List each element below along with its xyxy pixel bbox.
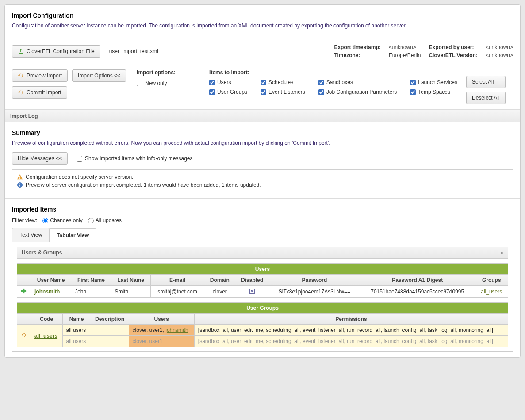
import-log-header: Import Log bbox=[5, 110, 520, 122]
import-config-panel: Import Configuration Configuration of an… bbox=[4, 4, 521, 358]
info-msg: Preview of server configuration import c… bbox=[26, 182, 261, 188]
refresh-icon bbox=[18, 73, 24, 79]
items-header: Items to import: bbox=[209, 69, 249, 76]
messages-box: Configuration does not specify server ve… bbox=[12, 169, 513, 193]
show-info-only-label: Show imported items with info-only messa… bbox=[85, 155, 192, 162]
header-section: Import Configuration Configuration of an… bbox=[5, 5, 520, 39]
summary-section: Summary Preview of configuration complet… bbox=[5, 122, 520, 199]
sync-icon bbox=[21, 332, 27, 338]
gcol-action bbox=[17, 314, 31, 325]
filename: user_import_test.xml bbox=[109, 48, 158, 54]
item-sandboxes-label: Sandboxes bbox=[326, 79, 353, 85]
tab-text-label: Text View bbox=[19, 232, 42, 238]
item-tempspaces-label: Temp Spaces bbox=[418, 89, 450, 95]
export-ts: <unknown> bbox=[389, 44, 421, 50]
page-title: Import Configuration bbox=[12, 12, 513, 19]
item-jobconfig-label: Job Configuration Parameters bbox=[326, 89, 397, 95]
col-domain: Domain bbox=[204, 275, 235, 286]
cell-first: John bbox=[71, 286, 111, 298]
cell-name-new: all users bbox=[62, 325, 91, 336]
group-link[interactable]: all_users bbox=[34, 333, 57, 339]
cell-users-new: clover, user1, johnsmith bbox=[129, 325, 194, 336]
item-jobconfig-checkbox[interactable] bbox=[318, 89, 324, 95]
cell-digest: 70151bae7488da4159ac5ccec97d0995 bbox=[360, 286, 475, 298]
plus-icon bbox=[21, 288, 27, 294]
svg-rect-5 bbox=[19, 184, 20, 185]
hide-messages-button[interactable]: Hide Messages << bbox=[12, 152, 68, 165]
col-digest: Password A1 Digest bbox=[360, 275, 475, 286]
col-email: E-mail bbox=[150, 275, 204, 286]
item-schedules-checkbox[interactable] bbox=[261, 80, 266, 85]
upload-config-button[interactable]: CloverETL Configuration File bbox=[12, 45, 100, 58]
preview-import-button[interactable]: Preview Import bbox=[12, 69, 68, 82]
filter-changes-radio[interactable] bbox=[42, 218, 48, 223]
user-groups-table: User Groups Code Name Description Users … bbox=[17, 302, 508, 347]
commit-import-label: Commit Import bbox=[27, 89, 61, 96]
version-label: CloverETL Version: bbox=[429, 52, 477, 58]
file-meta: Export timestamp: <unknown> Exported by … bbox=[334, 44, 513, 58]
export-ts-label: Export timestamp: bbox=[334, 44, 380, 50]
summary-desc: Preview of configuration completed witho… bbox=[12, 140, 513, 146]
groups-link[interactable]: all_users bbox=[481, 289, 502, 295]
filter-all-label: All updates bbox=[96, 217, 122, 223]
warn-msg: Configuration does not specify server ve… bbox=[26, 174, 133, 180]
page-desc: Configuration of another server instance… bbox=[12, 23, 513, 29]
select-all-label: Select All bbox=[472, 79, 494, 85]
warning-icon bbox=[17, 174, 23, 180]
imported-items-section: Imported Items Filter view: Changes only… bbox=[5, 199, 520, 357]
timezone-label: Timezone: bbox=[334, 52, 380, 58]
col-disabled: Disabled bbox=[235, 275, 269, 286]
options-section: Preview Import Import Options << Commit … bbox=[5, 64, 520, 110]
info-icon bbox=[17, 182, 23, 188]
filter-label: Filter view: bbox=[12, 217, 37, 223]
cell-name-old: all users bbox=[62, 336, 91, 347]
import-options-block: Import options: New only bbox=[137, 69, 199, 86]
gcol-perms: Permissions bbox=[194, 314, 508, 325]
item-launch-checkbox[interactable] bbox=[410, 80, 416, 85]
items-to-import-block: Items to import: Users Schedules Sandbox… bbox=[209, 69, 513, 104]
add-icon-cell bbox=[17, 286, 31, 298]
preview-import-label: Preview Import bbox=[27, 73, 62, 79]
user-link[interactable]: johnsmith bbox=[34, 289, 60, 295]
new-only-checkbox[interactable] bbox=[137, 81, 142, 86]
svg-rect-0 bbox=[19, 53, 23, 54]
item-eventlisteners-checkbox[interactable] bbox=[261, 89, 266, 95]
hide-messages-label: Hide Messages << bbox=[18, 155, 62, 162]
show-info-only-checkbox[interactable] bbox=[77, 156, 82, 162]
item-users-label: Users bbox=[217, 79, 231, 85]
cell-users-old: clover, user1 bbox=[129, 336, 194, 347]
collapse-icon[interactable]: « bbox=[500, 250, 503, 256]
col-username: User Name bbox=[31, 275, 71, 286]
timezone: Europe/Berlin bbox=[389, 52, 421, 58]
item-launch-label: Launch Services bbox=[418, 79, 457, 85]
item-users-checkbox[interactable] bbox=[209, 80, 215, 85]
upload-icon bbox=[18, 48, 24, 54]
tab-text-view[interactable]: Text View bbox=[12, 228, 50, 242]
item-tempspaces-checkbox[interactable] bbox=[410, 89, 416, 95]
upload-config-label: CloverETL Configuration File bbox=[27, 48, 95, 54]
summary-title: Summary bbox=[12, 129, 513, 136]
svg-rect-2 bbox=[19, 178, 20, 179]
cell-disabled bbox=[235, 286, 269, 298]
filter-all-radio[interactable] bbox=[88, 218, 94, 223]
gcol-desc: Description bbox=[91, 314, 129, 325]
gcol-name: Name bbox=[62, 314, 91, 325]
cell-domain: clover bbox=[204, 286, 235, 298]
commit-import-button[interactable]: Commit Import bbox=[12, 86, 67, 99]
refresh-icon bbox=[18, 89, 24, 96]
users-groups-title: Users & Groups bbox=[22, 250, 62, 256]
item-sandboxes-checkbox[interactable] bbox=[318, 80, 324, 85]
cell-desc-old bbox=[91, 336, 129, 347]
version: <unknown> bbox=[486, 52, 513, 58]
deselect-all-button[interactable]: Deselect All bbox=[466, 92, 506, 104]
tab-tabular-view[interactable]: Tabular View bbox=[49, 228, 96, 242]
table-row: all users clover, user1 [sandbox_all, us… bbox=[17, 336, 508, 347]
col-password: Password bbox=[269, 275, 360, 286]
user-link-inline[interactable]: johnsmith bbox=[165, 327, 188, 333]
item-schedules-label: Schedules bbox=[268, 79, 293, 85]
item-usergroups-checkbox[interactable] bbox=[209, 89, 215, 95]
select-all-button[interactable]: Select All bbox=[466, 76, 506, 88]
users-table-title: Users bbox=[17, 264, 508, 275]
cell-perms-new: [sandbox_all, user_edit_me, scheduling_a… bbox=[194, 325, 508, 336]
import-options-button[interactable]: Import Options << bbox=[72, 69, 126, 82]
